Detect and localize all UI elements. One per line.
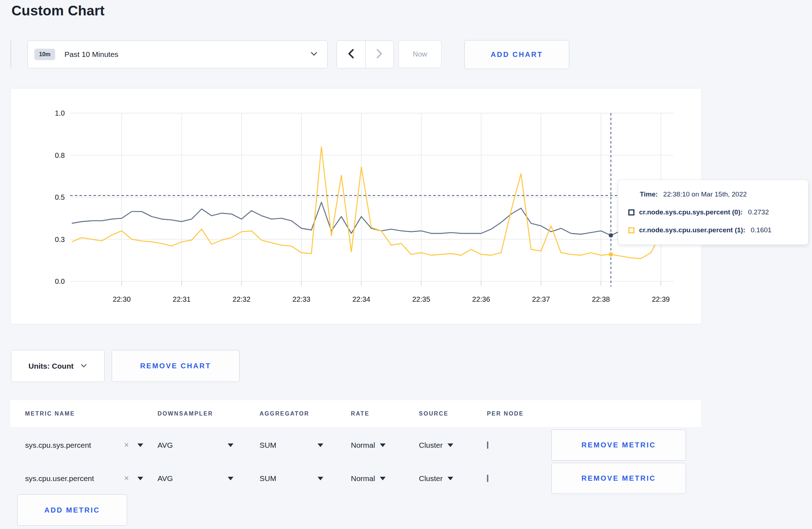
tooltip-time-row: Time: 22:38:10 on Mar 15th, 2022 <box>618 188 808 200</box>
x-tick-label: 22:34 <box>352 295 370 303</box>
y-tick-label: 0.3 <box>55 236 65 243</box>
chevron-left-icon <box>348 49 354 60</box>
dropdown-caret-icon <box>380 443 386 447</box>
dropdown-caret-icon <box>137 443 143 447</box>
hover-point-sys <box>609 233 613 238</box>
dropdown-caret-icon <box>448 477 453 480</box>
source-value: Cluster <box>419 474 443 483</box>
timeseries-plot[interactable]: 1.00.80.50.30.022:3022:3122:3222:3322:34… <box>11 88 701 324</box>
tooltip-series-name: cr.node.sys.cpu.user.percent (1): <box>639 226 745 234</box>
col-header-aggregator: AGGREGATOR <box>260 411 351 417</box>
tooltip-time-value: 22:38:10 on Mar 15th, 2022 <box>663 190 746 198</box>
chevron-down-icon <box>310 51 318 58</box>
x-tick-label: 22:30 <box>113 295 131 303</box>
source-select[interactable]: Cluster <box>419 474 487 483</box>
chevron-down-icon <box>81 363 87 369</box>
col-header-source: SOURCE <box>419 411 487 417</box>
aggregator-select[interactable]: SUM <box>260 474 323 483</box>
tooltip-series-name: cr.node.sys.cpu.sys.percent (0): <box>639 208 743 216</box>
remove-metric-button[interactable]: REMOVE METRIC <box>551 463 686 494</box>
series-line-sys-percent <box>72 202 671 236</box>
time-range-dropdown[interactable]: 10m Past 10 Minutes <box>28 40 328 68</box>
tooltip-series-value: 0.2732 <box>748 208 769 216</box>
per-node-checkbox[interactable] <box>487 475 488 482</box>
chart-card: 1.00.80.50.30.022:3022:3122:3222:3322:34… <box>10 88 702 324</box>
page-title: Custom Chart <box>11 3 105 19</box>
chevron-right-icon <box>376 49 383 60</box>
rate-value: Normal <box>351 441 375 450</box>
y-tick-label: 1.0 <box>55 109 65 117</box>
rate-value: Normal <box>351 474 375 483</box>
source-select[interactable]: Cluster <box>419 441 487 450</box>
add-chart-button[interactable]: ADD CHART <box>464 40 569 69</box>
x-tick-label: 22:32 <box>233 295 251 303</box>
dropdown-caret-icon <box>318 477 323 480</box>
col-header-metric-name: METRIC NAME <box>25 411 158 417</box>
now-button[interactable]: Now <box>398 40 441 68</box>
aggregator-select[interactable]: SUM <box>260 441 323 450</box>
time-range-pager <box>337 40 394 68</box>
time-range-badge: 10m <box>34 49 55 60</box>
dropdown-caret-icon <box>380 477 386 480</box>
x-tick-label: 22:37 <box>532 295 550 303</box>
x-tick-label: 22:31 <box>173 295 190 303</box>
x-tick-label: 22:36 <box>472 295 490 303</box>
chart-tooltip: Time: 22:38:10 on Mar 15th, 2022 cr.node… <box>618 180 808 245</box>
dropdown-caret-icon <box>137 477 143 480</box>
tooltip-series-row: cr.node.sys.cpu.user.percent (1): 0.1601 <box>618 224 808 236</box>
downsampler-select[interactable]: AVG <box>158 441 233 450</box>
series-user-swatch-icon <box>628 227 634 233</box>
units-label: Units: Count <box>29 362 74 370</box>
per-node-checkbox[interactable] <box>487 441 488 449</box>
metric-name-value: sys.cpu.sys.percent <box>25 441 124 450</box>
x-tick-label: 22:35 <box>412 295 430 303</box>
aggregator-value: SUM <box>260 474 276 483</box>
y-tick-label: 0.8 <box>55 151 65 159</box>
downsampler-select[interactable]: AVG <box>158 474 233 483</box>
downsampler-value: AVG <box>158 441 173 450</box>
hover-point-user <box>609 252 613 257</box>
series-line-user-percent <box>72 147 671 259</box>
tooltip-series-row: cr.node.sys.cpu.sys.percent (0): 0.2732 <box>618 206 808 218</box>
dropdown-caret-icon <box>228 443 233 447</box>
metric-row: sys.cpu.user.percent × AVG SUM Normal Cl… <box>10 462 701 495</box>
col-header-per-node: PER NODE <box>487 411 551 417</box>
dropdown-caret-icon <box>448 443 453 447</box>
y-tick-label: 0.5 <box>55 193 65 201</box>
clear-metric-icon[interactable]: × <box>124 441 129 449</box>
clear-metric-icon[interactable]: × <box>124 474 129 482</box>
col-header-downsampler: DOWNSAMPLER <box>158 411 260 417</box>
time-range-label: Past 10 Minutes <box>64 50 119 59</box>
x-tick-label: 22:38 <box>592 295 610 303</box>
source-value: Cluster <box>419 441 443 450</box>
dropdown-caret-icon <box>228 477 233 480</box>
remove-chart-button[interactable]: REMOVE CHART <box>112 350 240 382</box>
y-tick-label: 0.0 <box>55 277 65 285</box>
metric-name-select[interactable]: sys.cpu.user.percent × <box>25 474 143 483</box>
downsampler-value: AVG <box>158 474 173 483</box>
prev-range-button[interactable] <box>337 41 366 68</box>
metric-name-select[interactable]: sys.cpu.sys.percent × <box>25 441 143 450</box>
add-metric-button[interactable]: ADD METRIC <box>17 494 127 526</box>
dropdown-caret-icon <box>318 443 323 447</box>
remove-metric-button[interactable]: REMOVE METRIC <box>551 429 686 461</box>
metric-row: sys.cpu.sys.percent × AVG SUM Normal Clu… <box>10 428 701 462</box>
tooltip-series-value: 0.1601 <box>751 226 772 234</box>
x-tick-label: 22:33 <box>293 295 310 303</box>
units-dropdown[interactable]: Units: Count <box>11 350 105 382</box>
metrics-table-header: METRIC NAME DOWNSAMPLER AGGREGATOR RATE … <box>10 400 701 427</box>
rate-select[interactable]: Normal <box>351 474 419 483</box>
x-tick-label: 22:39 <box>652 295 670 303</box>
col-header-rate: RATE <box>351 411 419 417</box>
aggregator-value: SUM <box>260 441 276 450</box>
series-sys-swatch-icon <box>628 209 634 215</box>
controls-left-divider <box>10 40 11 69</box>
metric-name-value: sys.cpu.user.percent <box>25 474 124 483</box>
rate-select[interactable]: Normal <box>351 441 419 450</box>
tooltip-time-label: Time: <box>640 190 658 198</box>
next-range-button[interactable] <box>366 41 394 68</box>
